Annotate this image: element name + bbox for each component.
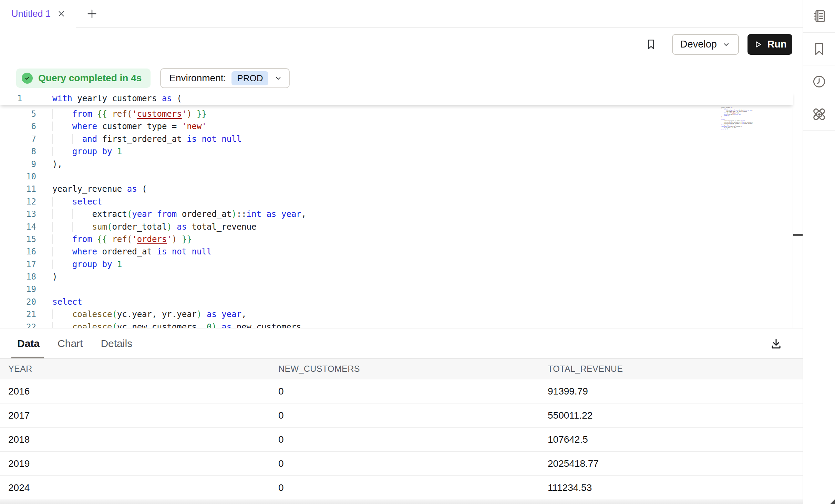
editor-tab[interactable]: Untitled 1 [0,0,76,28]
code-line[interactable]: 18) [0,271,793,283]
table-cell: 2019 [8,458,278,469]
resize-corner[interactable] [830,499,835,504]
develop-label: Develop [680,39,717,50]
new-tab-button[interactable] [83,0,101,28]
tab-chart[interactable]: Chart [58,338,83,349]
chevron-down-icon [722,40,731,49]
tab-data[interactable]: Data [17,338,40,349]
line-number: 6 [0,120,36,133]
line-number: 8 [0,145,36,158]
table-cell: 2024 [8,482,278,493]
code-line[interactable]: 9), [0,158,793,170]
line-number: 5 [0,108,36,120]
code-line[interactable]: 20select [0,296,793,308]
line-number: 17 [0,258,36,271]
table-cell: 0 [278,482,548,493]
check-circle-icon [22,73,33,84]
bookmark-icon [812,41,827,56]
code-line[interactable]: 17 group by 1 [0,258,793,271]
table-cell: 0 [278,458,548,469]
line-number: 22 [0,321,36,328]
table-row: 2016091399.79 [0,379,803,403]
download-button[interactable] [770,337,783,350]
table-cell: 2025418.77 [548,458,803,469]
line-number: 19 [0,283,36,295]
line-number: 12 [0,196,36,208]
line-number: 18 [0,271,36,283]
plus-icon [86,8,98,20]
code-line[interactable]: 22 coalesce(yc.new_customers, 0) as new_… [0,321,793,328]
run-label: Run [767,39,786,50]
code-line[interactable]: order by 1 [719,128,758,130]
rail-item-copilot[interactable] [803,98,835,131]
table-cell: 107642.5 [548,434,803,445]
code-line[interactable]: 19 [0,283,793,295]
code-line[interactable]: 13 extract(year from ordered_at)::int as… [0,208,793,220]
table-row: 20180107642.5 [0,428,803,452]
line-number: 15 [0,233,36,245]
table-header: YEARNEW_CUSTOMERSTOTAL_REVENUE [0,359,803,379]
right-rail [803,0,835,504]
query-status-text: Query completed in 4s [38,73,142,84]
horizontal-scrollbar[interactable] [0,499,803,504]
bookmark-icon [646,38,657,51]
bookmark-button[interactable] [646,38,657,51]
notebook-icon [812,9,827,24]
table-row: 201902025418.77 [0,452,803,476]
line-number: 10 [0,170,36,183]
rail-item-bookmarks[interactable] [803,33,835,65]
tab-bar: Untitled 1 [0,0,803,28]
ide-main-area: Untitled 1 Develop Run Query completed i… [0,0,803,504]
run-button[interactable]: Run [748,34,792,55]
column-header: YEAR [8,364,278,374]
toolbar: Develop Run [0,28,803,61]
play-icon [753,40,763,49]
code-line[interactable]: 6 where customer_type = 'new' [0,120,793,133]
code-editor[interactable]: 5 from {{ ref('customers') }}6 where cus… [0,92,803,328]
code-line[interactable]: 5 from {{ ref('customers') }} [0,108,793,120]
line-number: 9 [0,158,36,170]
editor-scrollbar-thumb[interactable] [793,234,803,236]
table-cell: 111234.53 [548,482,803,493]
editor-lines: 5 from {{ ref('customers') }}6 where cus… [0,105,793,328]
table-row: 20240111234.53 [0,476,803,500]
rail-item-notebook[interactable] [803,0,835,33]
status-bar: Query completed in 4s Environment: PROD [16,68,290,88]
code-line[interactable]: 12 select [0,196,793,208]
code-line[interactable]: 8 group by 1 [0,145,793,158]
line-number: 16 [0,245,36,258]
history-icon [812,74,827,89]
table-body: 2016091399.7920170550011.2220180107642.5… [0,379,803,500]
sticky-line: 1with yearly_customers as ( [0,92,793,105]
table-cell: 0 [278,386,548,397]
code-line[interactable]: 14 sum(order_total) as total_revenue [0,221,793,233]
editor-scrollbar-track[interactable] [793,92,793,328]
query-status-pill: Query completed in 4s [16,69,151,88]
code-line[interactable]: 11yearly_revenue as ( [0,183,793,195]
line-number: 7 [0,133,36,145]
table-cell: 2016 [8,386,278,397]
code-line[interactable]: 7 and first_ordered_at is not null [0,133,793,145]
code-line[interactable]: 16 where ordered_at is not null [0,245,793,258]
table-cell: 2017 [8,410,278,421]
code-line[interactable]: 10 [0,170,793,183]
environment-value-badge: PROD [231,71,268,85]
table-row: 20170550011.22 [0,403,803,428]
close-icon[interactable] [57,9,66,18]
tab-details[interactable]: Details [101,338,132,349]
line-number: 11 [0,183,36,195]
code-line[interactable]: 21 coalesce(yc.year, yr.year) as year, [0,308,793,321]
line-number: 13 [0,208,36,220]
code-line[interactable]: 1with yearly_customers as ( [0,92,793,105]
rail-item-history[interactable] [803,65,835,98]
column-header: NEW_CUSTOMERS [278,364,548,374]
results-panel: DataChartDetails YEARNEW_CUSTOMERSTOTAL_… [0,328,803,504]
column-header: TOTAL_REVENUE [548,364,803,374]
table-cell: 0 [278,434,548,445]
environment-selector[interactable]: Environment: PROD [160,68,290,88]
develop-button[interactable]: Develop [672,34,739,55]
chevron-down-icon [274,74,283,83]
table-cell: 550011.22 [548,410,803,421]
code-line[interactable]: 15 from {{ ref('orders') }} [0,233,793,245]
line-number: 14 [0,221,36,233]
